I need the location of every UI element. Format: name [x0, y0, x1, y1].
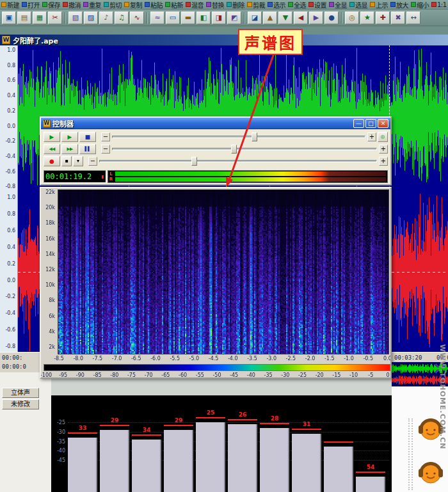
music-icon[interactable]: ♫ — [115, 12, 129, 24]
device-controls-icon[interactable]: ▣ — [2, 12, 16, 24]
half-left-icon[interactable]: ◧ — [196, 12, 211, 24]
monitor-icon[interactable]: ◎ — [345, 12, 359, 24]
db-label: -75 — [124, 372, 140, 378]
toolbar-7-button[interactable]: 复制 — [123, 1, 143, 9]
db-label: -70 — [140, 372, 157, 378]
bar-icon[interactable]: ▬ — [181, 12, 195, 24]
slider-decrease-button[interactable]: − — [101, 145, 110, 154]
toolbar-20-button[interactable]: 放大 — [389, 1, 410, 9]
toolbar-17-button[interactable]: 全显 — [328, 1, 348, 9]
block-icon[interactable]: ▭ — [166, 12, 180, 24]
toolbar-9-button[interactable]: 粘新 — [164, 1, 184, 9]
toolbar-button-icon — [83, 2, 88, 7]
minimize-button[interactable]: — — [353, 119, 364, 128]
toolbar-8-button[interactable]: 粘贴 — [143, 1, 164, 9]
toolbar-21-button[interactable]: 缩小 — [410, 1, 430, 9]
fit-width-icon[interactable]: ↔ — [406, 12, 420, 24]
slider-increase-button[interactable]: + — [379, 157, 388, 166]
toolbar-18-button[interactable]: 选显 — [348, 1, 369, 9]
corner-up-icon[interactable]: ◩ — [227, 12, 241, 24]
toolbar-button-icon — [186, 2, 191, 7]
toolbar-button-icon — [288, 2, 293, 7]
slider-increase-button[interactable]: + — [367, 132, 376, 141]
toolbar-12-button[interactable]: 删除 — [225, 1, 246, 9]
favorite-icon[interactable]: ★ — [360, 12, 374, 24]
paste-icon[interactable]: ▨ — [84, 12, 98, 24]
toolbar-4-button[interactable]: 撤消 — [61, 1, 82, 9]
balance-slider[interactable]: − + — [88, 157, 388, 166]
drop-marker-button[interactable]: ▾ — [73, 156, 83, 166]
toolbar-button-label: 放大 — [396, 0, 408, 10]
resize-gripper[interactable] — [408, 418, 413, 490]
wave-icon[interactable]: ∿ — [130, 12, 144, 24]
toolbar-22-button[interactable]: 1:1 — [430, 1, 448, 9]
stop-button[interactable]: ■ — [79, 132, 96, 142]
toolbar-button-icon — [104, 2, 109, 7]
close-button[interactable]: ✕ — [378, 119, 388, 128]
fast-forward-button[interactable]: ▶▶ — [61, 144, 78, 154]
slider-decrease-button[interactable]: − — [88, 157, 97, 166]
toolbar-button-label: 混音 — [191, 0, 204, 10]
play-button[interactable]: ▶ — [44, 132, 60, 142]
toolbar-14-button[interactable]: 选示 — [266, 1, 287, 9]
corner-down-icon[interactable]: ◪ — [248, 12, 262, 24]
frequency-label: 8k — [42, 298, 55, 303]
toolbar-button-label: 缩小 — [417, 0, 429, 10]
rewind-button[interactable]: ◀◀ — [44, 144, 60, 154]
right-icon[interactable]: ▶ — [309, 12, 323, 24]
smooth-icon[interactable]: ≈ — [150, 12, 164, 24]
monitor-button[interactable]: ◎ — [378, 132, 388, 142]
pause-button[interactable]: ▌▌ — [79, 144, 96, 154]
db-label: -15 — [328, 372, 345, 378]
frequency-label: 22k — [42, 189, 55, 195]
toolbar-button-icon — [227, 2, 232, 7]
record-button[interactable]: ● — [44, 156, 60, 166]
slider-increase-button[interactable]: + — [379, 145, 388, 154]
copy-icon[interactable]: ▧ — [68, 12, 83, 24]
left-icon[interactable]: ◀ — [294, 12, 308, 24]
toolbar-11-button[interactable]: 替换 — [205, 1, 225, 9]
half-right-icon[interactable]: ◨ — [212, 12, 226, 24]
slider-thumb[interactable] — [191, 157, 197, 166]
toolbar-1-button[interactable]: 新建 — [0, 1, 20, 9]
meter-left-label: L — [109, 171, 112, 177]
record-dot-icon[interactable]: ● — [324, 12, 339, 24]
add-icon[interactable]: ✚ — [376, 12, 390, 24]
toolbar-19-button[interactable]: 上示 — [369, 1, 389, 9]
toolbar-button-icon — [390, 2, 396, 7]
play-selection-button[interactable]: ▶ — [61, 132, 78, 142]
lcd-status-icon: ▮ — [101, 173, 104, 180]
amplitude-ruler-left-channel: 1.00.80.60.40.20.0-0.2-0.4-0.6-0.8 — [0, 45, 18, 192]
cut-icon[interactable]: ✂ — [48, 12, 62, 24]
cue-button[interactable]: ▪ — [61, 156, 72, 166]
toolbar-3-button[interactable]: 保存 — [41, 1, 61, 9]
document-window-icon: W — [2, 36, 10, 44]
document-titlebar[interactable]: W 夕阳醉了.ape — [0, 35, 448, 45]
windows-layout-icon[interactable]: ▦ — [33, 12, 47, 24]
analyzer-peak-line — [196, 417, 225, 418]
slider-track[interactable] — [112, 148, 377, 150]
toolbar-15-button[interactable]: 全选 — [287, 1, 307, 9]
down-icon[interactable]: ▼ — [278, 12, 292, 24]
toolbar-5-button[interactable]: 重复 — [82, 1, 102, 9]
slider-track[interactable] — [112, 136, 365, 138]
toolbar-separator — [147, 12, 148, 24]
toolbar-6-button[interactable]: 剪切 — [102, 1, 123, 9]
slider-track[interactable] — [99, 160, 377, 163]
slider-thumb[interactable] — [231, 145, 237, 154]
controller-titlebar[interactable]: W 控制器 — □ ✕ — [41, 118, 390, 129]
toolbar-2-button[interactable]: 打开 — [20, 1, 41, 9]
delete-icon[interactable]: ✖ — [391, 12, 405, 24]
toolbar-10-button[interactable]: 混音 — [184, 1, 205, 9]
slider-decrease-button[interactable]: − — [101, 132, 110, 141]
up-icon[interactable]: ▲ — [263, 12, 277, 24]
file-info-icon[interactable]: ▤ — [17, 12, 31, 24]
toolbar-button-label: 剪切 — [109, 0, 122, 10]
volume-slider[interactable]: − + — [101, 132, 376, 141]
toolbar-16-button[interactable]: 设置 — [307, 1, 328, 9]
speed-slider[interactable]: − + — [101, 145, 388, 154]
toolbar-13-button[interactable]: 剪裁 — [246, 1, 266, 9]
slider-thumb[interactable] — [252, 132, 257, 141]
maximize-button[interactable]: □ — [365, 119, 376, 128]
note-icon[interactable]: ♪ — [99, 12, 113, 24]
